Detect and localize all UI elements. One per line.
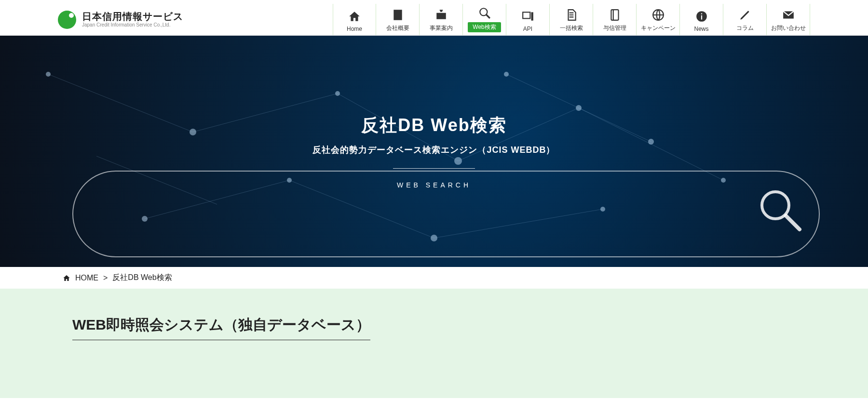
nav-credit[interactable]: 与信管理	[593, 4, 637, 35]
svg-point-32	[648, 139, 654, 145]
nav-label: API	[523, 26, 532, 32]
brand-logo[interactable]: 日本信用情報サービス Japan Credit Information Serv…	[58, 11, 183, 29]
nav-column[interactable]: コラム	[723, 4, 767, 35]
nav-label: 事業案内	[430, 24, 453, 32]
nav-label: Home	[347, 26, 362, 32]
content-section: WEB即時照会システム（独自データベース）	[0, 289, 868, 398]
nav-label: News	[694, 26, 708, 32]
nav-label: コラム	[736, 24, 754, 32]
breadcrumb-home-icon[interactable]	[63, 274, 70, 282]
svg-point-23	[335, 91, 340, 96]
brand-mark-icon	[58, 11, 76, 29]
svg-rect-3	[531, 12, 533, 20]
nav-batch[interactable]: 一括検索	[550, 4, 593, 35]
svg-point-25	[576, 105, 582, 111]
svg-line-34	[786, 216, 800, 229]
svg-point-31	[504, 72, 509, 77]
briefcase-icon	[435, 9, 448, 21]
nav-websearch[interactable]: Web検索	[463, 4, 506, 35]
brand-name-jp: 日本信用情報サービス	[82, 11, 183, 22]
magnifier-icon	[756, 186, 804, 234]
nav-label: Web検索	[468, 22, 501, 32]
breadcrumb: HOME > 反社DB Web検索	[0, 267, 868, 289]
building-icon	[392, 9, 404, 21]
nav-company[interactable]: 会社概要	[376, 4, 420, 35]
nav-business[interactable]: 事業案内	[420, 4, 463, 35]
nav-contact[interactable]: お問い合わせ	[767, 4, 810, 35]
hero: 反社DB Web検索 反社会的勢力データベース検索エンジン（JCIS WEBDB…	[0, 36, 868, 267]
svg-point-0	[480, 8, 487, 15]
hero-title: 反社DB Web検索	[312, 114, 555, 137]
breadcrumb-sep: >	[103, 274, 108, 282]
nav-label: お問い合わせ	[771, 24, 806, 32]
hero-subtitle: 反社会的勢力データベース検索エンジン（JCIS WEBDB）	[312, 144, 555, 156]
nav-label: 与信管理	[603, 24, 626, 32]
nav-campaign[interactable]: キャンペーン	[637, 4, 680, 35]
monitor-icon	[522, 10, 534, 23]
section-heading: WEB即時照会システム（独自データベース）	[72, 315, 370, 340]
docs-icon	[565, 9, 578, 21]
main-nav: Home 会社概要 事業案内 Web検索 API 一括検索	[333, 4, 810, 35]
svg-line-11	[48, 74, 193, 132]
globe-icon	[652, 9, 665, 21]
svg-rect-9	[701, 13, 702, 14]
search-icon	[478, 7, 491, 19]
svg-rect-2	[523, 12, 530, 18]
breadcrumb-current: 反社DB Web検索	[112, 273, 172, 283]
home-icon	[348, 10, 361, 23]
nav-home[interactable]: Home	[333, 4, 376, 35]
svg-point-21	[46, 72, 51, 77]
brand-name-en: Japan Credit Information Service Co.,Ltd…	[82, 22, 183, 28]
breadcrumb-home[interactable]: HOME	[75, 274, 98, 282]
hero-tag: WEB SEARCH	[312, 181, 555, 189]
nav-api[interactable]: API	[506, 4, 550, 35]
info-icon	[695, 10, 708, 23]
mail-icon	[782, 9, 795, 21]
nav-news[interactable]: News	[680, 4, 723, 35]
nav-label: 一括検索	[560, 24, 583, 32]
svg-rect-8	[701, 15, 702, 20]
nav-label: キャンペーン	[641, 24, 676, 32]
svg-line-1	[486, 14, 490, 18]
book-icon	[609, 9, 621, 21]
header: 日本信用情報サービス Japan Credit Information Serv…	[0, 0, 868, 36]
nav-label: 会社概要	[386, 24, 409, 32]
svg-point-22	[190, 129, 196, 135]
pen-icon	[739, 9, 751, 21]
hero-divider	[393, 168, 475, 169]
svg-rect-4	[611, 10, 618, 20]
